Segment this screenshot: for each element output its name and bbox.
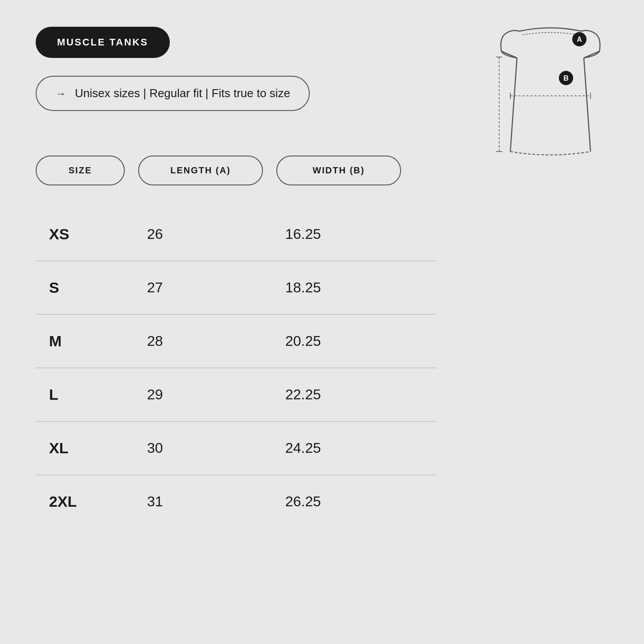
header-length: LENGTH (A) — [138, 156, 263, 185]
cell-width-l: 22.25 — [276, 386, 401, 403]
cell-length-l: 29 — [138, 386, 263, 403]
cell-length-xl: 30 — [138, 440, 263, 456]
category-pill: MUSCLE TANKS — [36, 27, 170, 58]
table-row: S 27 18.25 — [36, 261, 437, 315]
cell-length-xs: 26 — [138, 226, 263, 242]
cell-width-xl: 24.25 — [276, 440, 401, 456]
table-row: L 29 22.25 — [36, 368, 437, 422]
table-row: 2XL 31 26.25 — [36, 475, 437, 528]
category-label: MUSCLE TANKS — [57, 37, 148, 48]
table-row: XS 26 16.25 — [36, 208, 437, 261]
cell-width-2xl: 26.25 — [276, 493, 401, 510]
table-row: XL 30 24.25 — [36, 422, 437, 475]
cell-length-2xl: 31 — [138, 493, 263, 510]
cell-width-xs: 16.25 — [276, 226, 401, 242]
fit-info-text: Unisex sizes | Regular fit | Fits true t… — [75, 86, 290, 100]
cell-size-xs: XS — [36, 226, 125, 243]
cell-size-s: S — [36, 279, 125, 296]
svg-text:B: B — [563, 74, 569, 82]
size-table: XS 26 16.25 S 27 18.25 M 28 20.25 L 29 2… — [36, 208, 437, 528]
cell-size-xl: XL — [36, 439, 125, 457]
cell-width-m: 20.25 — [276, 333, 401, 349]
page-container: A B MUSCLE TANKS → Unisex sizes | Regula… — [36, 27, 608, 528]
fit-info-pill: → Unisex sizes | Regular fit | Fits true… — [36, 76, 310, 111]
svg-text:A: A — [577, 36, 582, 43]
cell-length-s: 27 — [138, 279, 263, 296]
arrow-icon: → — [55, 87, 66, 100]
cell-width-s: 18.25 — [276, 279, 401, 296]
header-size: SIZE — [36, 156, 125, 185]
cell-size-l: L — [36, 386, 125, 403]
table-row: M 28 20.25 — [36, 315, 437, 368]
header-width: WIDTH (B) — [276, 156, 401, 185]
cell-size-m: M — [36, 332, 125, 350]
cell-size-2xl: 2XL — [36, 493, 125, 510]
cell-length-m: 28 — [138, 333, 263, 349]
tank-illustration: A B — [492, 27, 608, 167]
